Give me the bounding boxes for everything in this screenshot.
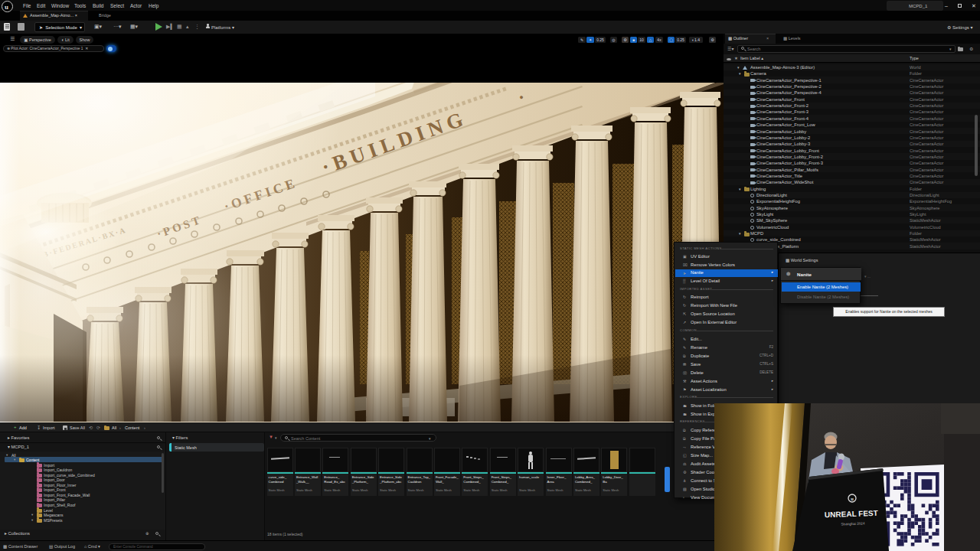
svg-text:u: u bbox=[851, 496, 854, 501]
